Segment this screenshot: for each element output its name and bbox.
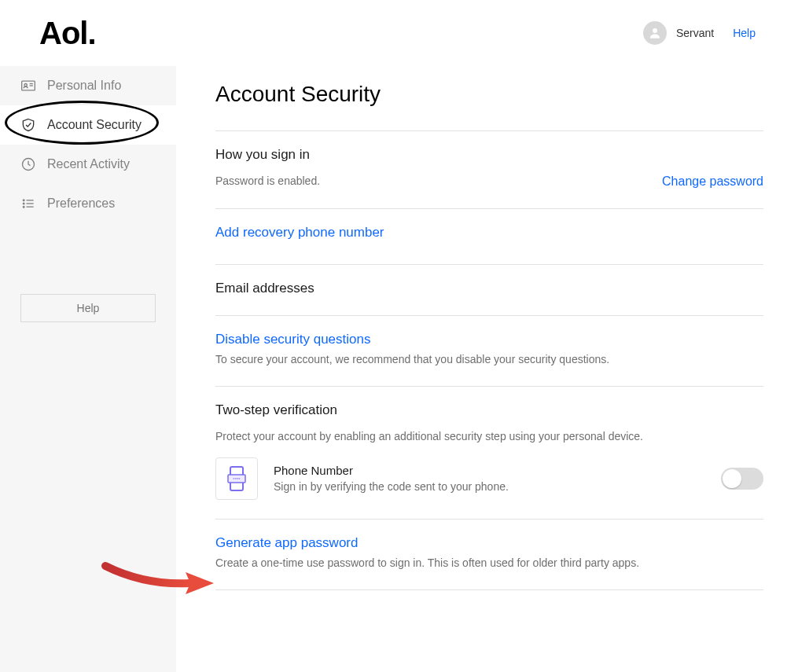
- svg-point-6: [23, 200, 24, 201]
- sidebar-help-button[interactable]: Help: [20, 294, 156, 322]
- security-questions-desc: To secure your account, we recommend tha…: [215, 352, 763, 368]
- disable-security-questions-link[interactable]: Disable security questions: [215, 332, 370, 347]
- section-security-questions: Disable security questions To secure you…: [215, 315, 763, 387]
- clock-icon: [20, 156, 36, 172]
- tsv-method-desc: Sign in by verifying the code sent to yo…: [274, 480, 509, 493]
- shield-icon: [20, 117, 36, 133]
- app-password-desc: Create a one-time use password to sign i…: [215, 556, 763, 571]
- user-icon: [648, 26, 662, 40]
- svg-point-2: [24, 84, 27, 86]
- section-recovery: Add recovery phone number: [215, 208, 763, 264]
- tsv-method-title: Phone Number: [274, 464, 509, 477]
- user-block[interactable]: Servant: [643, 21, 714, 45]
- section-app-password: Generate app password Create a one-time …: [215, 519, 763, 590]
- sidebar-item-label: Preferences: [47, 196, 115, 211]
- section-two-step: Two-step verification Protect your accou…: [215, 386, 763, 519]
- signin-heading: How you sign in: [215, 147, 763, 163]
- avatar: [643, 21, 667, 45]
- username: Servant: [676, 27, 714, 39]
- svg-point-0: [653, 28, 657, 33]
- add-recovery-phone-link[interactable]: Add recovery phone number: [215, 225, 384, 241]
- signin-status: Password is enabled.: [215, 174, 320, 189]
- section-emails: Email addresses: [215, 264, 763, 315]
- sidebar-item-personal-info[interactable]: Personal Info: [0, 66, 176, 105]
- header-help-link[interactable]: Help: [733, 27, 756, 39]
- generate-app-password-link[interactable]: Generate app password: [215, 535, 358, 551]
- header-right: Servant Help: [643, 21, 756, 45]
- sidebar-item-label: Recent Activity: [47, 157, 130, 171]
- svg-text:****: ****: [233, 477, 241, 482]
- tsv-desc: Protect your account by enabling an addi…: [215, 429, 763, 445]
- logo: Aol.: [39, 16, 96, 51]
- svg-point-8: [23, 206, 24, 207]
- header: Aol. Servant Help: [0, 0, 787, 66]
- change-password-link[interactable]: Change password: [662, 174, 763, 189]
- tsv-toggle[interactable]: [721, 468, 763, 490]
- svg-rect-1: [22, 81, 35, 90]
- section-signin: How you sign in Password is enabled. Cha…: [215, 130, 763, 208]
- sidebar-item-label: Personal Info: [47, 79, 121, 93]
- id-card-icon: [20, 78, 36, 94]
- sidebar-item-label: Account Security: [47, 118, 142, 132]
- phone-code-icon: ****: [215, 457, 258, 500]
- page-title: Account Security: [215, 82, 763, 107]
- main-content: Account Security How you sign in Passwor…: [176, 66, 787, 672]
- sidebar-item-recent-activity[interactable]: Recent Activity: [0, 145, 176, 184]
- tsv-heading: Two-step verification: [215, 402, 763, 418]
- sidebar: Personal Info Account Security Recent Ac…: [0, 66, 176, 672]
- sidebar-item-account-security[interactable]: Account Security: [0, 105, 176, 145]
- list-icon: [20, 196, 36, 211]
- emails-heading: Email addresses: [215, 281, 763, 296]
- svg-point-7: [23, 203, 24, 204]
- sidebar-item-preferences[interactable]: Preferences: [0, 184, 176, 223]
